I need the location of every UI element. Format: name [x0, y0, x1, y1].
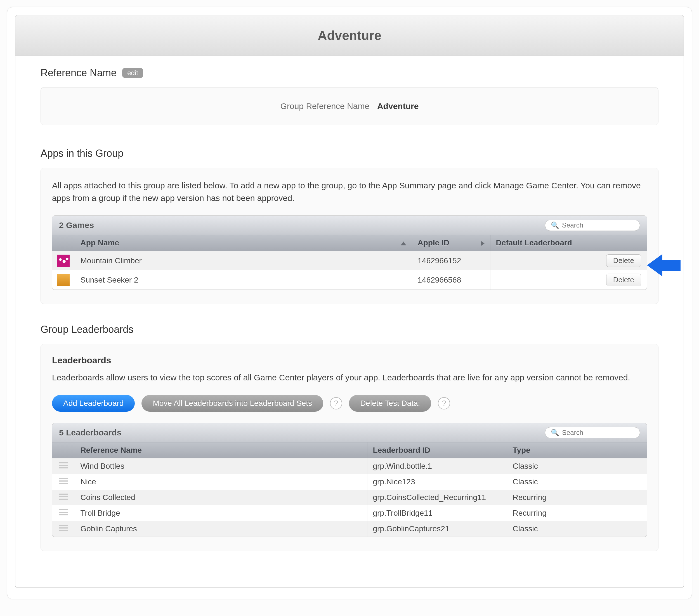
move-leaderboards-button[interactable]: Move All Leaderboards into Leaderboard S…: [142, 395, 323, 412]
apps-panel: All apps attached to this group are list…: [41, 168, 658, 304]
handle-cell[interactable]: [52, 474, 75, 490]
handle-cell[interactable]: [52, 505, 75, 521]
handle-cell[interactable]: [52, 490, 75, 505]
lb-type-cell: Classic: [507, 458, 577, 474]
action-cell: Delete: [588, 251, 647, 270]
app-name-cell: Mountain Climber: [75, 251, 412, 270]
apps-description: All apps attached to this group are list…: [52, 179, 647, 204]
lb-id-cell: grp.CoinsCollected_Recurring11: [367, 490, 507, 505]
content: Reference Name edit Group Reference Name…: [15, 56, 684, 588]
group-ref-value: Adventure: [377, 102, 419, 111]
reference-name-header: Reference Name edit: [41, 67, 658, 79]
lb-action-cell: [577, 521, 647, 537]
edit-button[interactable]: edit: [122, 68, 143, 78]
lb-id-cell: grp.TrollBridge11: [367, 505, 507, 521]
table-row[interactable]: Mountain Climber1462966152Delete: [52, 251, 647, 270]
apple-id-cell: 1462966152: [412, 251, 490, 270]
window: Adventure Reference Name edit Group Refe…: [15, 15, 684, 588]
apps-table-wrap: 2 Games 🔍: [52, 215, 647, 290]
sort-asc-icon: [401, 241, 406, 245]
leaderboards-header: Group Leaderboards: [41, 324, 658, 335]
col-ref-name[interactable]: Reference Name: [75, 442, 367, 458]
leaderboards-heading: Group Leaderboards: [41, 324, 133, 335]
col-icon[interactable]: [52, 235, 75, 251]
leaderboards-panel: Leaderboards Leaderboards allow users to…: [41, 344, 658, 551]
leaderboards-table-title: 5 Leaderboards: [59, 428, 121, 438]
leaderboards-description: Leaderboards allow users to view the top…: [52, 371, 647, 384]
leaderboards-table-titlebar: 5 Leaderboards 🔍: [52, 423, 647, 442]
table-row[interactable]: Sunset Seeker 21462966568Delete: [52, 270, 647, 290]
delete-button[interactable]: Delete: [606, 254, 641, 267]
lb-id-cell: grp.GoblinCaptures21: [367, 521, 507, 537]
delete-test-data-button[interactable]: Delete Test Data:: [349, 395, 431, 412]
drag-handle-icon[interactable]: [59, 461, 68, 470]
col-apple-id[interactable]: Apple ID: [412, 235, 490, 251]
action-cell: Delete: [588, 270, 647, 290]
apps-heading: Apps in this Group: [41, 148, 123, 159]
drag-handle-icon[interactable]: [59, 523, 68, 533]
sort-indicator-icon: [481, 241, 485, 246]
col-app-name[interactable]: App Name: [75, 235, 412, 251]
app-icon-cell: [52, 251, 75, 270]
app-icon: [57, 274, 70, 286]
table-row[interactable]: Coins Collectedgrp.CoinsCollected_Recurr…: [52, 490, 647, 505]
reference-name-heading: Reference Name: [41, 67, 117, 79]
search-icon: 🔍: [551, 222, 559, 229]
lb-type-cell: Classic: [507, 474, 577, 490]
titlebar: Adventure: [15, 15, 684, 56]
leaderboards-search-input[interactable]: [562, 429, 634, 437]
lb-name-cell: Troll Bridge: [75, 505, 367, 521]
leaderboards-button-row: Add Leaderboard Move All Leaderboards in…: [52, 395, 647, 412]
reference-name-box: Group Reference Name Adventure: [41, 87, 658, 125]
col-type[interactable]: Type: [507, 442, 577, 458]
apps-tbody: Mountain Climber1462966152DeleteSunset S…: [52, 251, 647, 290]
lb-name-cell: Wind Bottles: [75, 458, 367, 474]
delete-button[interactable]: Delete: [606, 273, 641, 286]
lb-action-cell: [577, 458, 647, 474]
col-handle: [52, 442, 75, 458]
lb-id-cell: grp.Nice123: [367, 474, 507, 490]
table-row[interactable]: Nicegrp.Nice123Classic: [52, 474, 647, 490]
apps-table-outer: 2 Games 🔍: [52, 215, 647, 290]
leaderboards-tbody: Wind Bottlesgrp.Wind.bottle.1ClassicNice…: [52, 458, 647, 537]
help-icon[interactable]: ?: [438, 397, 450, 410]
lb-type-cell: Recurring: [507, 490, 577, 505]
drag-handle-icon[interactable]: [59, 492, 68, 501]
drag-handle-icon[interactable]: [59, 477, 68, 485]
default-leaderboard-cell: [490, 251, 588, 270]
group-ref-label: Group Reference Name: [280, 102, 370, 111]
table-row[interactable]: Troll Bridgegrp.TrollBridge11Recurring: [52, 505, 647, 521]
apps-search-input[interactable]: [562, 222, 634, 229]
handle-cell[interactable]: [52, 521, 75, 537]
app-icon-cell: [52, 270, 75, 290]
drag-handle-icon[interactable]: [59, 508, 68, 517]
page-title: Adventure: [318, 28, 381, 43]
add-leaderboard-button[interactable]: Add Leaderboard: [52, 395, 135, 412]
callout-arrow-icon: [647, 254, 681, 277]
lb-name-cell: Coins Collected: [75, 490, 367, 505]
table-row[interactable]: Wind Bottlesgrp.Wind.bottle.1Classic: [52, 458, 647, 474]
apps-header: Apps in this Group: [41, 148, 658, 159]
apps-search-field[interactable]: 🔍: [545, 220, 640, 231]
lb-type-cell: Classic: [507, 521, 577, 537]
lb-name-cell: Nice: [75, 474, 367, 490]
table-row[interactable]: Goblin Capturesgrp.GoblinCaptures21Class…: [52, 521, 647, 537]
col-lb-actions: [577, 442, 647, 458]
lb-action-cell: [577, 474, 647, 490]
leaderboards-table: Reference Name Leaderboard ID Type Wind …: [52, 442, 647, 537]
app-name-cell: Sunset Seeker 2: [75, 270, 412, 290]
handle-cell[interactable]: [52, 458, 75, 474]
leaderboards-search-field[interactable]: 🔍: [545, 427, 640, 438]
lb-action-cell: [577, 505, 647, 521]
leaderboards-subtitle: Leaderboards: [52, 355, 647, 365]
col-lb-id[interactable]: Leaderboard ID: [367, 442, 507, 458]
col-default-leaderboard[interactable]: Default Leaderboard: [490, 235, 588, 251]
default-leaderboard-cell: [490, 270, 588, 290]
apps-table-title: 2 Games: [59, 220, 94, 230]
help-icon[interactable]: ?: [330, 397, 342, 410]
search-icon: 🔍: [551, 429, 559, 436]
apps-table: App Name Apple ID Default Leaderboard: [52, 235, 647, 290]
outer-frame: Adventure Reference Name edit Group Refe…: [7, 7, 692, 599]
app-icon: [57, 255, 70, 267]
apple-id-cell: 1462966568: [412, 270, 490, 290]
